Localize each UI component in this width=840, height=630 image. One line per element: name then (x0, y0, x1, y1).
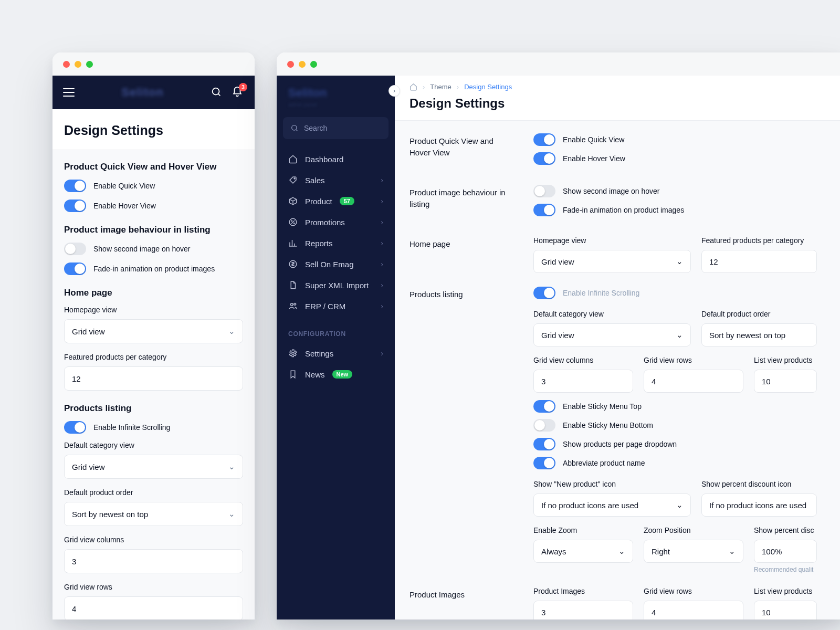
toggle-second-image-hover[interactable] (533, 185, 555, 197)
search-placeholder: Search (304, 124, 327, 132)
search-input[interactable]: Search (283, 117, 388, 139)
toggle-label: Enable Quick View (563, 135, 624, 144)
traffic-minimize-icon[interactable] (75, 61, 81, 68)
chevron-down-icon: ⌄ (228, 327, 235, 336)
toggle-label: Enable Sticky Menu Top (563, 402, 642, 411)
logo: Seliton (283, 82, 388, 102)
breadcrumb-current[interactable]: Design Settings (464, 83, 512, 91)
toggle-enable-quick-view[interactable] (533, 133, 555, 146)
input-value: 12 (72, 374, 81, 383)
breadcrumb: › Theme › Design Settings (410, 83, 829, 91)
toggle-infinite-scroll[interactable] (533, 287, 555, 299)
main-header: › Theme › Design Settings Design Setting… (395, 76, 840, 121)
toggle-sticky-bottom[interactable] (533, 419, 555, 432)
tag-icon (288, 175, 298, 185)
sidebar-item-reports[interactable]: Reports › (283, 233, 388, 254)
default-category-view-select[interactable]: Grid view⌄ (533, 323, 691, 346)
traffic-zoom-icon[interactable] (310, 61, 317, 68)
traffic-minimize-icon[interactable] (299, 61, 306, 68)
field-label: Default product order (64, 488, 243, 497)
default-product-order-select[interactable]: Sort by newest on top (701, 323, 817, 346)
sidebar-item-dashboard[interactable]: Dashboard (283, 149, 388, 170)
bell-icon[interactable]: 3 (232, 86, 244, 99)
sidebar-collapse-button[interactable]: › (388, 85, 400, 97)
menu-icon[interactable] (63, 88, 75, 97)
field-label: Grid view columns (533, 356, 633, 364)
traffic-close-icon[interactable] (63, 61, 70, 68)
chevron-right-icon: › (381, 260, 383, 268)
pi-grid-rows-input[interactable]: 4 (644, 601, 743, 620)
sidebar-item-sell-emag[interactable]: Sell On Emag › (283, 254, 388, 275)
sidebar-item-promotions[interactable]: Promotions › (283, 212, 388, 233)
list-products-input[interactable]: 10 (754, 370, 817, 393)
homepage-view-select[interactable]: Grid view ⌄ (64, 319, 243, 343)
svg-point-4 (291, 220, 292, 222)
nav-badge-new: New (332, 370, 353, 379)
featured-products-input[interactable]: 12 (701, 250, 817, 273)
new-product-icon-select[interactable]: If no product icons are used⌄ (533, 494, 691, 517)
section-heading-listing: Products listing (64, 403, 243, 414)
chevron-down-icon: ⌄ (228, 509, 235, 519)
percent-discount-icon-select[interactable]: If no product icons are used (701, 494, 817, 517)
sidebar-item-erp[interactable]: ERP / CRM › (283, 296, 388, 317)
traffic-zoom-icon[interactable] (86, 61, 93, 68)
default-product-order-select[interactable]: Sort by newest on top ⌄ (64, 502, 243, 526)
svg-point-9 (292, 352, 295, 355)
toggle-infinite-scroll[interactable] (64, 421, 86, 434)
toggle-fade-in[interactable] (64, 262, 86, 275)
chevron-down-icon: ⌄ (228, 462, 235, 471)
featured-products-input[interactable]: 12 (64, 366, 243, 391)
chevron-right-icon: › (381, 218, 383, 226)
search-icon[interactable] (211, 86, 223, 99)
sidebar-item-news[interactable]: News New (283, 364, 388, 385)
toggle-fade-in[interactable] (533, 204, 555, 216)
sidebar-item-label: Product (305, 197, 332, 206)
input-value: 4 (652, 608, 656, 617)
percent-disc-input[interactable]: 100% (754, 540, 817, 563)
field-label: Grid view columns (64, 536, 243, 544)
toggle-sticky-top[interactable] (533, 400, 555, 413)
enable-zoom-select[interactable]: Always⌄ (533, 540, 633, 563)
toggle-enable-hover-view[interactable] (64, 200, 86, 212)
homepage-view-select[interactable]: Grid view ⌄ (533, 250, 691, 273)
input-value: 4 (72, 604, 76, 613)
default-category-view-select[interactable]: Grid view ⌄ (64, 455, 243, 479)
chevron-right-icon: › (381, 302, 383, 310)
select-value: Grid view (72, 463, 105, 471)
chevron-down-icon: ⌄ (729, 547, 736, 556)
toggle-abbreviate-name[interactable] (533, 457, 555, 469)
sidebar-item-product[interactable]: Product 57 › (283, 191, 388, 212)
toggle-ppp-dropdown[interactable] (533, 438, 555, 450)
home-icon[interactable] (410, 83, 417, 91)
toggle-label: Enable Sticky Menu Bottom (563, 421, 653, 429)
sidebar-item-settings[interactable]: Settings › (283, 343, 388, 364)
sidebar-item-xml-import[interactable]: Super XML Import › (283, 275, 388, 296)
toggle-enable-quick-view[interactable] (64, 180, 86, 192)
field-label: Grid view rows (64, 583, 243, 591)
pi-list-products-input[interactable]: 10 (754, 601, 817, 620)
toggle-second-image-hover[interactable] (64, 243, 86, 255)
product-images-input[interactable]: 3 (533, 601, 633, 620)
section-heading-homepage: Home page (410, 236, 514, 273)
breadcrumb-theme[interactable]: Theme (430, 83, 451, 91)
grid-columns-input[interactable]: 3 (64, 549, 243, 573)
home-icon (288, 154, 298, 164)
sidebar-item-label: Promotions (305, 218, 345, 227)
zoom-position-select[interactable]: Right⌄ (644, 540, 743, 563)
field-label: Show percent discount icon (701, 480, 817, 488)
input-value: 12 (709, 257, 718, 266)
traffic-close-icon[interactable] (287, 61, 294, 68)
sidebar-item-sales[interactable]: Sales › (283, 170, 388, 191)
nav-group-label: CONFIGURATION (283, 317, 388, 343)
field-label: Grid view rows (644, 587, 743, 595)
grid-columns-input[interactable]: 3 (533, 370, 633, 393)
select-value: Grid view (541, 331, 574, 340)
grid-rows-input[interactable]: 4 (644, 370, 743, 393)
toggle-enable-hover-view[interactable] (533, 152, 555, 165)
chevron-right-icon: › (381, 239, 383, 247)
grid-rows-input[interactable]: 4 (64, 596, 243, 620)
sidebar-item-label: Super XML Import (305, 281, 369, 290)
input-value: 3 (541, 608, 545, 617)
toggle-label: Enable Infinite Scrolling (563, 289, 639, 297)
chevron-right-icon: › (381, 281, 383, 289)
